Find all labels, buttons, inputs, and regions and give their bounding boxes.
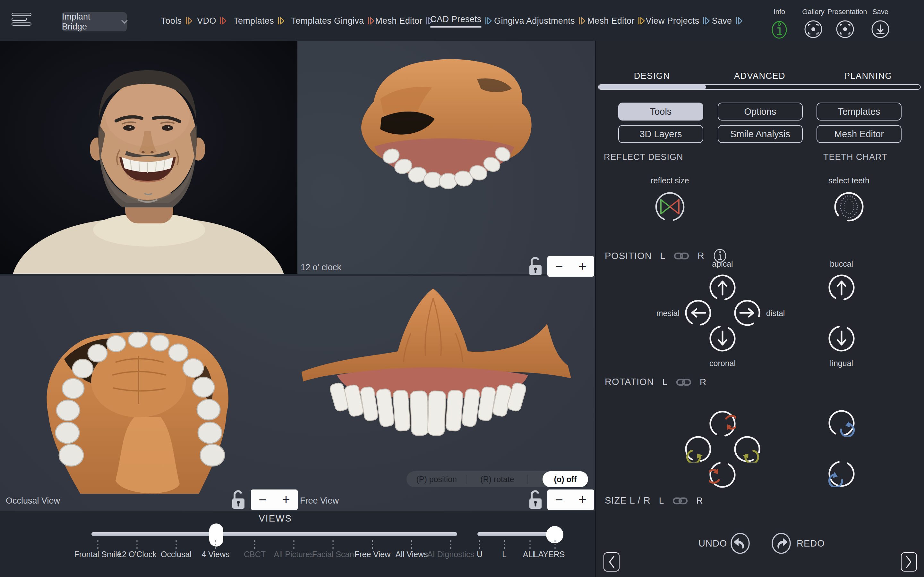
lock-open-icon[interactable] [232, 490, 246, 509]
reflect-size-button[interactable] [654, 191, 685, 222]
rotate-mesial-tilt-button[interactable] [709, 410, 736, 437]
move-buccal-button[interactable] [828, 274, 855, 301]
rotate-ccw-button[interactable] [685, 436, 712, 463]
patient-photo[interactable] [0, 41, 297, 274]
undo-button[interactable]: UNDO [698, 538, 727, 549]
menu-item-cad-presets[interactable]: CAD Presets [430, 13, 492, 29]
transform-position-button[interactable]: (P) position [407, 475, 467, 484]
views-stop-12-oclock[interactable]: 12 O'Clock [118, 550, 156, 559]
design-side-panel: DESIGN ADVANCED PLANNING Tools Options T… [595, 41, 924, 577]
views-slider-track[interactable] [91, 532, 457, 536]
menu-item-templates[interactable]: Templates [234, 13, 285, 29]
menu-arrow-icon [368, 17, 375, 25]
select-teeth-button[interactable] [834, 191, 864, 222]
link-icon[interactable] [676, 378, 691, 386]
coronal-label: coronal [709, 359, 736, 368]
transform-mode-control: (P) position (R) rotate (S) scale (o) of… [407, 471, 588, 487]
zoom-in-button[interactable]: + [571, 257, 594, 276]
zoom-in-button[interactable]: + [571, 490, 594, 509]
twelve-oclock-3d-view[interactable] [297, 41, 595, 274]
layers-stop-upper[interactable]: U [477, 550, 483, 559]
position-left-toggle[interactable]: L [660, 251, 666, 261]
panel-button-options[interactable]: Options [718, 103, 803, 121]
views-stop-frontal-smile[interactable]: Frontal Smile [74, 550, 121, 559]
chevron-right-icon [905, 556, 913, 568]
layers-stop-lower[interactable]: L [502, 550, 507, 559]
apical-label: apical [712, 259, 733, 269]
move-distal-button[interactable] [734, 300, 761, 326]
transform-off-button[interactable]: (o) off [543, 471, 588, 487]
redo-button[interactable]: REDO [796, 538, 825, 549]
zoom-out-button[interactable]: − [251, 490, 274, 509]
panel-button-smile-analysis[interactable]: Smile Analysis [718, 125, 803, 143]
undo-icon[interactable] [729, 532, 751, 554]
rotate-torque-ccw-button[interactable] [828, 410, 855, 437]
size-left-toggle[interactable]: L [659, 496, 664, 506]
zoom-in-button[interactable]: + [274, 490, 298, 509]
layers-stop-layers[interactable]: LAYERS [534, 550, 565, 559]
menu-arrow-icon [579, 17, 586, 25]
mesial-label: mesial [656, 309, 680, 318]
tab-planning[interactable]: PLANNING [844, 71, 892, 81]
app-window: Implant Bridge Tools VDO Templates Templ… [0, 0, 924, 577]
lock-open-icon[interactable] [529, 257, 543, 276]
zoom-out-button[interactable]: − [548, 490, 571, 509]
menu-item-templates-gingiva[interactable]: Templates Gingiva [291, 13, 375, 29]
views-stop-4-views[interactable]: 4 Views [202, 550, 229, 559]
menu-item-save[interactable]: Save [712, 13, 743, 29]
tab-advanced[interactable]: ADVANCED [734, 71, 785, 81]
redo-icon[interactable] [771, 532, 792, 554]
free-view-label: Free View [300, 496, 339, 506]
move-apical-button[interactable] [709, 274, 736, 301]
move-lingual-button[interactable] [828, 325, 855, 352]
menu-arrow-icon [736, 17, 743, 25]
collapse-panel-button[interactable] [604, 552, 620, 572]
save-download-button[interactable]: Save [863, 8, 898, 39]
hamburger-icon [11, 13, 31, 16]
views-slider-handle[interactable] [209, 524, 223, 546]
panel-button-3d-layers[interactable]: 3D Layers [618, 125, 703, 143]
menu-arrow-icon [220, 17, 227, 25]
presentation-button[interactable]: Presentation [827, 8, 863, 39]
rotate-distal-tilt-button[interactable] [709, 461, 736, 488]
menu-item-gingiva-adjustments[interactable]: Gingiva Adjustments [494, 13, 586, 29]
panel-button-templates[interactable]: Templates [817, 103, 901, 121]
hamburger-menu-button[interactable] [11, 13, 31, 27]
move-coronal-button[interactable] [709, 325, 736, 352]
workflow-progress-bar [598, 84, 921, 90]
info-button[interactable]: Info [762, 8, 797, 39]
views-stop-free-view[interactable]: Free View [355, 550, 391, 559]
gallery-button[interactable]: Gallery [796, 8, 831, 39]
menu-arrow-icon [186, 17, 192, 25]
layers-slider-track[interactable] [477, 532, 554, 536]
menu-item-mesh-editor[interactable]: Mesh Editor [375, 13, 433, 29]
menu-item-tools[interactable]: Tools [161, 13, 193, 29]
rotation-right-toggle[interactable]: R [700, 377, 706, 387]
move-mesial-button[interactable] [685, 300, 712, 326]
views-stop-occlusal[interactable]: Occlusal [161, 550, 192, 559]
menu-item-view-projects[interactable]: View Projects [646, 13, 710, 29]
position-right-toggle[interactable]: R [698, 251, 704, 261]
project-dropdown-label: Implant Bridge [62, 12, 118, 32]
link-icon[interactable] [672, 496, 688, 505]
menu-item-vdo[interactable]: VDO [197, 13, 227, 29]
panel-button-tools[interactable]: Tools [618, 103, 703, 121]
reflect-design-header: REFLECT DESIGN [604, 152, 683, 162]
expand-panel-button[interactable] [901, 552, 917, 572]
transform-rotate-button[interactable]: (R) rotate [467, 475, 527, 484]
lock-open-icon[interactable] [529, 490, 543, 509]
panel-button-mesh-editor[interactable]: Mesh Editor [817, 125, 901, 143]
rotate-cw-button[interactable] [734, 436, 761, 463]
rotation-left-toggle[interactable]: L [662, 377, 668, 387]
chevron-left-icon [608, 556, 615, 568]
zoom-out-button[interactable]: − [548, 257, 571, 276]
twelve-oclock-zoom-control: − + [548, 256, 594, 277]
project-dropdown[interactable]: Implant Bridge [62, 12, 127, 31]
tab-design[interactable]: DESIGN [634, 71, 670, 81]
views-stop-all-views[interactable]: All Views [396, 550, 428, 559]
size-right-toggle[interactable]: R [696, 496, 703, 506]
link-icon[interactable] [674, 251, 689, 260]
menu-item-mesh-editor-2[interactable]: Mesh Editor [587, 13, 645, 29]
occlusal-3d-view[interactable] [0, 276, 298, 511]
rotate-torque-cw-button[interactable] [828, 460, 855, 487]
